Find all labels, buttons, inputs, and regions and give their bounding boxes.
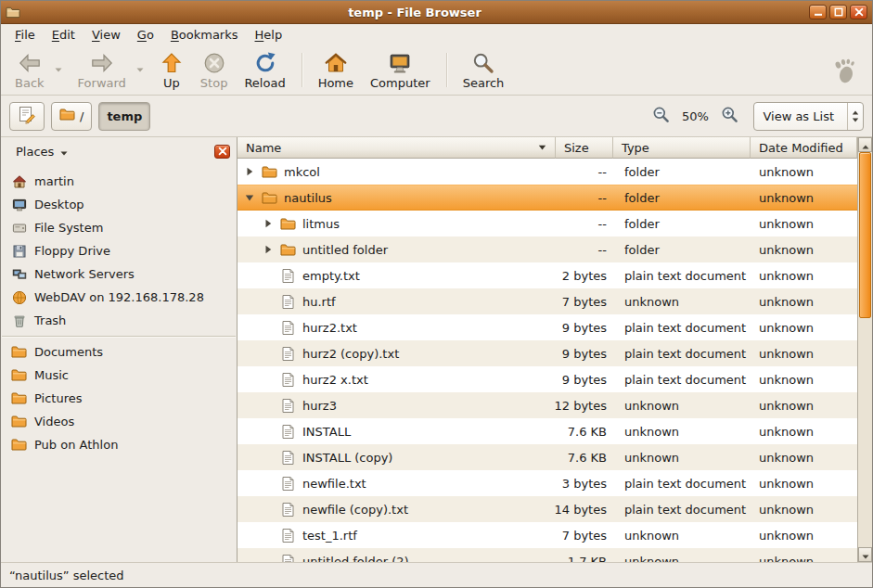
date-modified-cell: unknown [751, 522, 857, 548]
zoom-in-icon [721, 106, 738, 126]
type-cell: plain text document [613, 366, 751, 392]
file-name: mkcol [284, 165, 320, 179]
file-row-test-1-rtf[interactable]: test_1.rtf7 bytesunknownunknown [238, 522, 857, 548]
file-row-hurz2-x-txt[interactable]: hurz2 x.txt9 bytesplain text documentunk… [238, 366, 857, 392]
sidebar-item-trash[interactable]: Trash [1, 309, 237, 332]
desktop-icon [11, 198, 27, 212]
zoom-level: 50% [679, 109, 711, 123]
file-row-hu-rtf[interactable]: hu.rtf7 bytesunknownunknown [238, 288, 857, 314]
file-row-mkcol[interactable]: mkcol--folderunknown [238, 159, 857, 185]
toolbar: BackForwardUpStopReloadHomeComputerSearc… [1, 45, 872, 96]
sidebar-item-pub-on-athlon[interactable]: Pub on Athlon [1, 433, 237, 456]
path-root-label: / [80, 109, 83, 123]
column-header-type[interactable]: Type [613, 137, 751, 159]
file-row-hurz3[interactable]: hurz312 bytesunknownunknown [238, 392, 857, 418]
type-cell: folder [613, 185, 751, 211]
file-row-install-copy[interactable]: INSTALL (copy)7.6 KBunknownunknown [238, 444, 857, 470]
expander-icon[interactable] [243, 193, 255, 202]
maximize-button[interactable] [829, 5, 847, 19]
reload-button[interactable]: Reload [236, 48, 293, 93]
sidebar-item-file-system[interactable]: File System [1, 216, 237, 239]
text-file-icon [279, 295, 297, 309]
sidebar-item-desktop[interactable]: Desktop [1, 193, 237, 216]
vertical-scrollbar[interactable] [857, 137, 872, 562]
file-row-install[interactable]: INSTALL7.6 KBunknownunknown [238, 418, 857, 444]
menu-item-go[interactable]: Go [129, 26, 162, 44]
text-file-icon [279, 451, 297, 465]
places-selector[interactable]: Places [7, 142, 76, 161]
home-button[interactable]: Home [310, 48, 362, 93]
sidebar-item-videos[interactable]: Videos [1, 410, 237, 433]
toggle-location-entry-button[interactable] [9, 102, 45, 131]
size-cell: -- [556, 236, 613, 262]
folder-icon [11, 369, 27, 381]
zoom-in-button[interactable] [718, 105, 740, 127]
floppy-icon [11, 244, 27, 259]
file-name: newfile (copy).txt [302, 503, 408, 517]
sidebar-item-music[interactable]: Music [1, 364, 237, 387]
scroll-down-button[interactable] [858, 547, 872, 562]
type-cell: plain text document [613, 340, 751, 366]
file-row-untitled-folder-2[interactable]: untitled folder (2)1.7 KBunknownunknown [238, 548, 857, 562]
up-button[interactable]: Up [151, 48, 192, 93]
file-row-litmus[interactable]: litmus--folderunknown [238, 211, 857, 236]
minimize-button[interactable] [809, 5, 827, 19]
file-row-nautilus[interactable]: nautilus--folderunknown [238, 185, 857, 211]
window-icon[interactable] [6, 6, 20, 19]
menu-item-file[interactable]: File [6, 26, 44, 44]
sidebar-close-button[interactable] [214, 145, 230, 159]
sidebar-item-pictures[interactable]: Pictures [1, 387, 237, 410]
location-bar: / temp 50% View as List [1, 96, 872, 137]
menu-item-edit[interactable]: Edit [44, 26, 83, 44]
column-header-date-modified[interactable]: Date Modified [751, 137, 857, 159]
file-name: INSTALL (copy) [302, 451, 392, 465]
date-modified-cell: unknown [751, 444, 857, 470]
computer-button[interactable]: Computer [362, 48, 439, 93]
search-button-label: Search [463, 76, 505, 90]
zoom-out-button[interactable] [649, 105, 672, 127]
folder-icon [261, 192, 278, 204]
zoom-out-icon [652, 106, 670, 126]
expander-icon[interactable] [243, 167, 255, 176]
file-row-untitled-folder[interactable]: untitled folder--folderunknown [238, 236, 857, 262]
scrollbar-thumb[interactable] [859, 152, 871, 318]
file-row-hurz2-copy-txt[interactable]: hurz2 (copy).txt9 bytesplain text docume… [238, 340, 857, 366]
sidebar-item-floppy-drive[interactable]: Floppy Drive [1, 239, 237, 262]
menu-item-view[interactable]: View [83, 26, 129, 44]
path-button-root[interactable]: / [51, 102, 92, 131]
forward-arrow-icon [90, 51, 114, 75]
menu-item-help[interactable]: Help [247, 26, 291, 44]
file-row-newfile-copy-txt[interactable]: newfile (copy).txt14 bytesplain text doc… [238, 496, 857, 522]
close-button[interactable] [850, 5, 867, 19]
expander-icon[interactable] [262, 245, 274, 254]
folder-icon [11, 346, 27, 358]
spinner-arrows-icon [847, 103, 863, 130]
path-button-temp[interactable]: temp [98, 102, 150, 131]
size-cell: 14 bytes [556, 496, 613, 522]
sidebar-item-documents[interactable]: Documents [1, 340, 237, 364]
text-file-icon [279, 425, 297, 439]
file-row-hurz2-txt[interactable]: hurz2.txt9 bytesplain text documentunkno… [238, 314, 857, 340]
expander-icon[interactable] [262, 219, 274, 228]
text-file-icon [279, 269, 297, 283]
sidebar-item-martin[interactable]: martin [1, 170, 237, 193]
scroll-up-button[interactable] [858, 137, 872, 152]
sidebar-separator [2, 336, 236, 337]
file-row-empty-txt[interactable]: empty.txt2 bytesplain text documentunkno… [238, 262, 857, 288]
view-mode-selector[interactable]: View as List [753, 102, 864, 131]
column-header-size[interactable]: Size [556, 137, 613, 159]
name-cell: INSTALL [238, 418, 556, 444]
sidebar-item-label: Desktop [34, 198, 84, 211]
size-cell: 9 bytes [556, 340, 613, 366]
column-header-name[interactable]: Name [238, 137, 556, 159]
file-row-newfile-txt[interactable]: newfile.txt3 bytesplain text documentunk… [238, 470, 857, 496]
menu-item-bookmarks[interactable]: Bookmarks [162, 26, 247, 44]
column-headers: NameSizeTypeDate Modified [238, 137, 857, 159]
scrollbar-track[interactable] [858, 152, 872, 547]
search-button[interactable]: Search [455, 48, 513, 93]
sidebar-item-network-servers[interactable]: Network Servers [1, 262, 237, 286]
home-icon [324, 51, 348, 75]
sidebar-item-webdav-on-192-168-178-28[interactable]: WebDAV on 192.168.178.28 [1, 286, 237, 309]
date-modified-cell: unknown [751, 418, 857, 444]
places-sidebar: Places martinDesktopFile SystemFloppy Dr… [1, 137, 238, 562]
